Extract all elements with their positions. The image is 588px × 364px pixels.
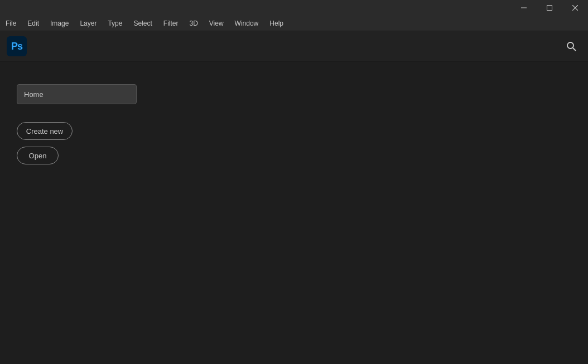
menu-item-file[interactable]: File (0, 16, 22, 31)
main-content: Create new Open (0, 62, 588, 364)
menu-item-layer[interactable]: Layer (74, 16, 102, 31)
menu-item-filter[interactable]: Filter (158, 16, 184, 31)
search-button[interactable] (561, 36, 581, 56)
menu-item-3d[interactable]: 3D (184, 16, 203, 31)
menu-item-select[interactable]: Select (128, 16, 157, 31)
svg-line-5 (573, 48, 576, 51)
svg-point-4 (567, 42, 573, 48)
window-controls (511, 0, 588, 16)
svg-rect-1 (547, 6, 552, 11)
create-new-button[interactable]: Create new (17, 122, 73, 140)
menu-item-type[interactable]: Type (102, 16, 128, 31)
menu-item-help[interactable]: Help (264, 16, 289, 31)
minimize-icon (521, 5, 527, 11)
title-bar (0, 0, 588, 16)
minimize-button[interactable] (511, 0, 537, 16)
home-input[interactable] (17, 84, 137, 104)
menu-item-view[interactable]: View (204, 16, 229, 31)
buttons-area: Create new Open (17, 122, 571, 164)
close-button[interactable] (562, 0, 588, 16)
menu-bar: File Edit Image Layer Type Select Filter… (0, 16, 588, 31)
menu-item-edit[interactable]: Edit (22, 16, 45, 31)
svg-rect-0 (521, 8, 527, 8)
close-icon (572, 5, 578, 11)
maximize-icon (547, 5, 552, 11)
maximize-button[interactable] (537, 0, 562, 16)
search-icon (566, 41, 577, 52)
ps-logo: Ps (7, 36, 27, 56)
app-bar: Ps (0, 31, 588, 62)
menu-item-image[interactable]: Image (45, 16, 74, 31)
open-button[interactable]: Open (17, 147, 59, 164)
menu-item-window[interactable]: Window (229, 16, 264, 31)
